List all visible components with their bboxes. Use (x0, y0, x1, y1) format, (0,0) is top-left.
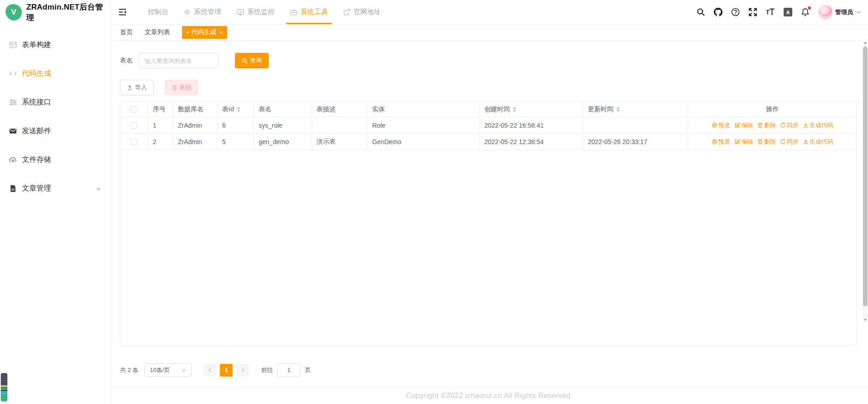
app-logo: V (5, 4, 22, 21)
prev-page-button[interactable] (203, 364, 216, 377)
sidebar-item-article-mgmt[interactable]: 文章管理 (0, 174, 110, 203)
page-size-select[interactable]: 10条/页 (145, 363, 192, 377)
row-checkbox[interactable] (131, 139, 137, 145)
preview-action[interactable]: 预览 (712, 121, 730, 129)
chevron-down-icon (181, 368, 187, 373)
sidebar-menu: 表单构建 代码生成 系统接口 发送邮件 文件存储 (0, 24, 110, 203)
help-icon[interactable] (731, 8, 740, 16)
sidebar-item-form-builder[interactable]: 表单构建 (0, 31, 110, 59)
top-navigation: 控制台 系统管理 系统监控 系统工具 (140, 0, 389, 24)
github-icon[interactable] (714, 8, 722, 16)
sort-icon[interactable] (237, 107, 240, 112)
preview-action[interactable]: 预览 (712, 138, 730, 146)
generate-code-action[interactable]: 生成代码 (803, 138, 833, 146)
query-button[interactable]: 查询 (235, 53, 269, 68)
sort-icon[interactable] (513, 107, 516, 112)
copyright-text: Copyright ©2022 izhaorui.cn All Rights R… (406, 392, 572, 400)
tab-home[interactable]: 首页 (120, 28, 133, 36)
sidebar-item-label: 表单构建 (22, 40, 51, 50)
vertical-scrollbar[interactable]: ▲ ▼ (863, 39, 868, 323)
table-name-input[interactable] (139, 53, 218, 68)
font-size-icon[interactable] (766, 8, 775, 16)
tab-code-gen[interactable]: ● 代码生成 × (182, 26, 227, 39)
edit-action[interactable]: 编辑 (734, 121, 753, 129)
sidebar-item-label: 代码生成 (22, 69, 51, 78)
topnav-item-system-mgmt[interactable]: 系统管理 (176, 0, 229, 24)
scrollbar-thumb[interactable] (863, 47, 868, 306)
translate-icon[interactable]: A (784, 8, 792, 16)
sidebar: V ZRAdmin.NET后台管理 表单构建 代码生成 系统接口 发送邮件 (0, 0, 111, 404)
sidebar-item-code-gen[interactable]: 代码生成 (0, 59, 110, 88)
cell-actions: 预览 编辑 删除 同步 生成代码 (688, 134, 857, 150)
column-header-table-name: 表名 (254, 102, 312, 117)
table-empty-space (120, 150, 857, 346)
chevron-down-icon (856, 9, 862, 15)
cell-entity: GenDemo (368, 134, 480, 150)
chevron-down-icon (96, 186, 101, 192)
goto-page-input[interactable] (277, 363, 300, 377)
active-dot-icon: ● (187, 31, 189, 35)
page-number-1[interactable]: 1 (220, 364, 233, 377)
column-header-updated[interactable]: 更新时间 (583, 102, 688, 117)
form-builder-icon (9, 41, 17, 49)
cell-updated-time (583, 117, 688, 133)
bell-icon[interactable] (801, 8, 810, 16)
sidebar-item-label: 系统接口 (22, 98, 51, 107)
fullscreen-icon[interactable] (748, 8, 757, 16)
sidebar-item-label: 文件存储 (22, 155, 51, 165)
page-suffix-label: 页 (305, 366, 311, 374)
scroll-down-icon[interactable]: ▼ (863, 316, 868, 323)
table-name-label: 表名 (120, 57, 133, 65)
gear-icon (184, 9, 191, 16)
select-all-checkbox[interactable] (131, 106, 137, 113)
sidebar-item-file-storage[interactable]: 文件存储 (0, 145, 110, 174)
sort-icon[interactable] (616, 107, 620, 112)
delete-button[interactable]: 删除 (165, 80, 198, 95)
cell-entity: Role (368, 117, 480, 133)
close-icon[interactable]: × (219, 29, 223, 36)
tab-article-list[interactable]: 文章列表 (145, 28, 170, 36)
scroll-up-icon[interactable]: ▲ (863, 39, 868, 46)
total-count: 共 2 条 (120, 366, 138, 374)
column-header-table-id[interactable]: 表id (218, 102, 254, 117)
menu-fold-icon (118, 8, 127, 16)
next-page-button[interactable] (236, 364, 249, 377)
search-icon[interactable] (696, 8, 705, 16)
cell-table-id: 6 (218, 117, 254, 133)
main-area: 控制台 系统管理 系统监控 系统工具 (111, 0, 868, 404)
pagination: 共 2 条 10条/页 1 前往 页 (120, 363, 857, 377)
goto-label: 前往 (261, 366, 273, 374)
column-header-entity: 实体 (368, 102, 480, 117)
topnav-item-label: 控制台 (148, 8, 168, 16)
server-status-widget[interactable] (1, 373, 7, 401)
table-toolbar: 导入 删除 (120, 80, 857, 95)
delete-action[interactable]: 删除 (757, 138, 776, 146)
cell-table-name: sys_role (254, 117, 312, 133)
sync-action[interactable]: 同步 (780, 138, 799, 146)
cell-updated-time: 2022-05-26 20:33:17 (583, 134, 688, 150)
code-icon (9, 70, 17, 78)
topnav-item-label: 系统管理 (194, 8, 221, 16)
page-content: 表名 查询 导入 删除 序号 数据库名 表 (111, 41, 868, 387)
column-header-created[interactable]: 创建时间 (480, 102, 583, 117)
import-button[interactable]: 导入 (120, 80, 154, 95)
topnav-item-console[interactable]: 控制台 (140, 0, 176, 24)
user-menu[interactable]: 管理员 (818, 5, 862, 19)
sidebar-fold-button[interactable] (111, 0, 134, 24)
sync-action[interactable]: 同步 (780, 121, 799, 129)
column-header-actions: 操作 (688, 102, 857, 117)
table-body: 1 ZrAdmin 6 sys_role Role 2022-05-22 16:… (120, 117, 857, 150)
topbar-right-tools: A 管理员 (696, 0, 868, 24)
edit-action[interactable]: 编辑 (734, 138, 753, 146)
document-icon (9, 185, 17, 192)
generate-code-action[interactable]: 生成代码 (803, 121, 833, 129)
topnav-item-system-monitor[interactable]: 系统监控 (229, 0, 282, 24)
external-link-icon (343, 9, 350, 16)
row-checkbox[interactable] (131, 122, 137, 129)
sidebar-item-system-api[interactable]: 系统接口 (0, 88, 110, 117)
sidebar-item-send-mail[interactable]: 发送邮件 (0, 117, 110, 145)
delete-action[interactable]: 删除 (757, 121, 776, 129)
topnav-item-system-tools[interactable]: 系统工具 (282, 0, 336, 24)
topnav-item-official-site[interactable]: 官网地址 (336, 0, 389, 24)
notification-dot (808, 6, 811, 10)
